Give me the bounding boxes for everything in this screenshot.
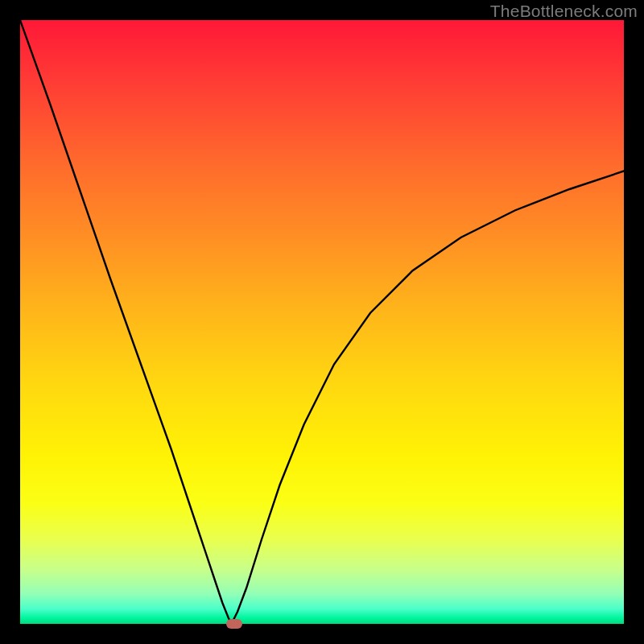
chart-frame: TheBottleneck.com <box>0 0 644 644</box>
optimal-point-marker <box>226 619 242 629</box>
watermark-text: TheBottleneck.com <box>490 2 638 21</box>
bottleneck-curve <box>20 20 624 624</box>
